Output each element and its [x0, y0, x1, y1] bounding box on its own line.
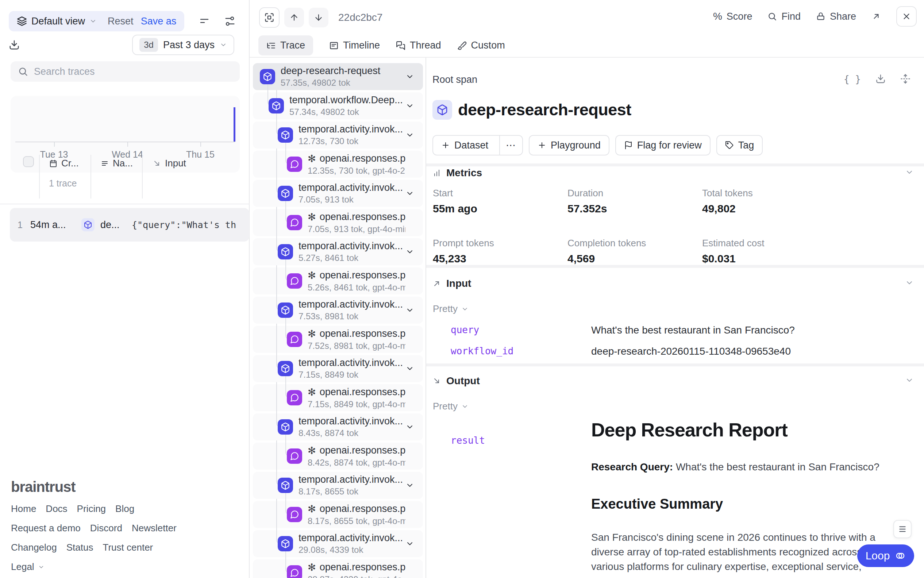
column-name[interactable]: Na...: [101, 157, 133, 169]
tab-custom[interactable]: Custom: [457, 36, 505, 55]
span-text: ✻temporal.activity.invok... 8.17s, 8655 …: [299, 474, 406, 497]
chart-bar: [234, 107, 235, 141]
span-row[interactable]: ✻temporal.activity.invok... 5.27s, 8461 …: [253, 238, 423, 265]
chevron-down-icon[interactable]: [905, 278, 914, 287]
span-type-icon: [287, 565, 302, 578]
date-range-dropdown[interactable]: 3d Past 3 days: [132, 35, 234, 55]
date-range-label: Past 3 days: [163, 39, 214, 51]
footer-link[interactable]: Blog: [115, 503, 134, 515]
tab-thread-label: Thread: [410, 40, 441, 51]
sliders-icon[interactable]: [224, 16, 235, 27]
span-row[interactable]: ✻temporal.activity.invok... 8.43s, 8874 …: [253, 414, 423, 440]
span-row[interactable]: ✻openai.responses.p... 28.87s, 4339 tok,…: [253, 559, 423, 578]
footer-link[interactable]: Status: [67, 542, 93, 553]
span-row[interactable]: ✻deep-research-request 57.35s, 49802 tok: [253, 63, 423, 90]
trace-row[interactable]: 1 54m a... de... {"query":"What's th: [10, 208, 249, 242]
focus-span-button[interactable]: [259, 7, 279, 28]
span-row[interactable]: ✻temporal.activity.invok... 7.05s, 913 t…: [253, 180, 423, 207]
output-section-header[interactable]: Output: [432, 375, 480, 387]
span-row[interactable]: ✻temporal.activity.invok... 29.08s, 4339…: [253, 530, 423, 557]
next-span-button[interactable]: [309, 8, 328, 28]
column-divider[interactable]: [91, 155, 91, 198]
save-as-button[interactable]: Save as: [141, 16, 177, 27]
footer-link[interactable]: Newsletter: [132, 523, 177, 534]
row-input: {"query":"What's th: [132, 220, 236, 230]
share-button[interactable]: Share: [816, 11, 856, 22]
loop-button[interactable]: Loop: [857, 544, 914, 567]
flag-for-review-button[interactable]: Flag for review: [615, 135, 711, 156]
span-meta: 8.42s, 8874 tok, gpt-4o-m...: [308, 458, 406, 468]
span-row[interactable]: ✻temporal.activity.invok... 7.53s, 8981 …: [253, 297, 423, 324]
span-meta: 7.05s, 913 tok, gpt-4o-min...: [308, 224, 406, 234]
dataset-button[interactable]: Dataset: [433, 136, 495, 155]
external-link-icon[interactable]: [872, 12, 881, 21]
select-all-checkbox[interactable]: [23, 156, 34, 167]
download-icon[interactable]: [875, 74, 886, 84]
chevron-down-icon[interactable]: [406, 481, 414, 490]
tag-button[interactable]: Tag: [716, 135, 763, 156]
footer-link[interactable]: Discord: [90, 523, 122, 534]
span-row[interactable]: ✻temporal.activity.invok... 7.15s, 8849 …: [253, 355, 423, 382]
prev-span-button[interactable]: [284, 8, 304, 28]
tab-trace[interactable]: Trace: [258, 36, 313, 55]
chevron-down-icon[interactable]: [406, 189, 414, 198]
footer-legal-dropdown[interactable]: Legal: [11, 561, 177, 573]
footer-link[interactable]: Pricing: [77, 503, 106, 515]
tab-thread[interactable]: Thread: [396, 36, 441, 55]
dataset-more-button[interactable]: ⋯: [499, 136, 522, 155]
column-created[interactable]: Cr...: [49, 157, 79, 169]
metrics-section-header[interactable]: Metrics: [432, 167, 482, 179]
chevron-down-icon[interactable]: [406, 364, 414, 373]
footer-link[interactable]: Changelog: [11, 542, 57, 553]
chevron-down-icon[interactable]: [406, 247, 414, 256]
footer-link[interactable]: Docs: [45, 503, 67, 515]
span-name: temporal.activity.invok...: [299, 182, 403, 193]
span-row[interactable]: ✻temporal.activity.invok... 8.17s, 8655 …: [253, 472, 423, 499]
section-divider[interactable]: [426, 364, 924, 366]
input-format-dropdown[interactable]: Pretty: [433, 303, 469, 315]
section-divider[interactable]: [426, 265, 924, 268]
output-format-dropdown[interactable]: Pretty: [433, 401, 469, 412]
tab-timeline[interactable]: Timeline: [329, 36, 380, 55]
find-button[interactable]: Find: [767, 11, 801, 22]
span-row[interactable]: ✻temporal.activity.invok... 12.73s, 730 …: [253, 122, 423, 148]
footer-link[interactable]: Home: [11, 503, 36, 515]
column-input[interactable]: Input: [153, 157, 186, 169]
close-button[interactable]: [896, 6, 917, 27]
column-divider[interactable]: [39, 155, 40, 198]
search-input[interactable]: [34, 66, 232, 77]
span-detail-panel: Root span { } deep-research-request Data…: [426, 58, 924, 578]
span-type-icon: [278, 478, 293, 493]
download-icon[interactable]: [9, 39, 20, 50]
chevron-down-icon[interactable]: [406, 131, 414, 140]
span-text: ✻temporal.workflow.Deep... 57.34s, 49802…: [289, 94, 406, 117]
metric-value: 57.352s: [567, 203, 702, 215]
footer-link[interactable]: Request a demo: [11, 523, 81, 534]
chevron-down-icon[interactable]: [406, 101, 414, 110]
plus-icon: [441, 141, 450, 149]
score-button[interactable]: % Score: [713, 11, 752, 22]
view-dropdown[interactable]: Default view: [17, 16, 97, 27]
input-section-header[interactable]: Input: [432, 278, 471, 289]
column-divider[interactable]: [142, 155, 143, 198]
span-text: ✻temporal.activity.invok... 7.53s, 8981 …: [299, 299, 406, 321]
chevron-down-icon[interactable]: [905, 376, 914, 385]
braintrust-logo[interactable]: braintrust: [11, 479, 177, 495]
unfold-icon[interactable]: [900, 74, 911, 84]
chevron-down-icon[interactable]: [406, 422, 414, 431]
footer-link[interactable]: Trust center: [103, 542, 153, 553]
playground-button[interactable]: Playground: [529, 135, 609, 156]
outline-menu-button[interactable]: [893, 520, 912, 538]
section-divider[interactable]: [426, 164, 924, 166]
braces-icon[interactable]: { }: [844, 74, 861, 84]
arrow-up-icon: [289, 13, 299, 22]
chevron-down-icon[interactable]: [406, 306, 414, 315]
metric: Completion tokens 4,569: [567, 237, 702, 265]
chevron-down-icon[interactable]: [905, 168, 914, 177]
filter-icon[interactable]: [199, 16, 210, 27]
reset-button[interactable]: Reset: [108, 16, 133, 27]
chevron-down-icon[interactable]: [406, 539, 414, 548]
span-type-icon: [287, 332, 302, 347]
chevron-down-icon[interactable]: [406, 72, 414, 81]
row-created: 54m a...: [30, 219, 81, 231]
